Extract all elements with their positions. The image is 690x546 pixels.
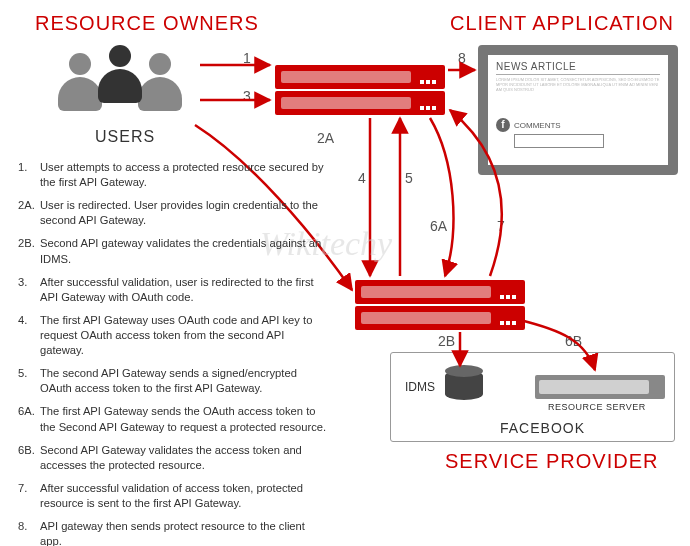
flow-label-7: 7	[497, 218, 505, 234]
news-article-header: NEWS ARTICLE	[496, 61, 660, 75]
step-7: 7.After successful validation of access …	[18, 481, 328, 511]
idms-label: IDMS	[405, 380, 435, 394]
title-client-application: CLIENT APPLICATION	[450, 12, 674, 35]
flow-label-4: 4	[358, 170, 366, 186]
users-label: USERS	[95, 128, 155, 146]
api-gateway-2	[355, 280, 525, 304]
api-gateway-1b	[275, 91, 445, 115]
steps-list: 1.User attempts to access a protected re…	[18, 160, 328, 546]
comments-input[interactable]	[514, 134, 604, 148]
step-2a: 2A.User is redirected. User provides log…	[18, 198, 328, 228]
title-resource-owners: RESOURCE OWNERS	[35, 12, 259, 35]
facebook-label: FACEBOOK	[500, 420, 585, 436]
resource-server-icon	[535, 375, 665, 399]
flow-label-2b: 2B	[438, 333, 455, 349]
flow-label-3: 3	[243, 88, 251, 104]
step-2b: 2B.Second API gateway validates the cred…	[18, 236, 328, 266]
flow-label-2a: 2A	[317, 130, 334, 146]
step-5: 5.The second API Gateway sends a signed/…	[18, 366, 328, 396]
news-article-body: LOREM IPSUM DOLOR SIT AMET, CONSECTETUR …	[496, 78, 660, 114]
flow-label-6b: 6B	[565, 333, 582, 349]
api-gateway-1	[275, 65, 445, 89]
api-gateway-2b	[355, 306, 525, 330]
step-4: 4.The first API Gateway uses OAuth code …	[18, 313, 328, 358]
step-6b: 6B.Second API Gateway validates the acce…	[18, 443, 328, 473]
step-1: 1.User attempts to access a protected re…	[18, 160, 328, 190]
flow-label-5: 5	[405, 170, 413, 186]
idms-database-icon	[445, 370, 483, 406]
comments-label: COMMENTS	[514, 121, 561, 130]
title-service-provider: SERVICE PROVIDER	[445, 450, 658, 473]
flow-label-1: 1	[243, 50, 251, 66]
users-icon	[55, 45, 195, 125]
step-6a: 6A.The first API Gateway sends the OAuth…	[18, 404, 328, 434]
client-app-window: NEWS ARTICLE LOREM IPSUM DOLOR SIT AMET,…	[478, 45, 678, 175]
resource-server-label: RESOURCE SERVER	[548, 402, 646, 412]
step-8: 8.API gateway then sends protect resourc…	[18, 519, 328, 546]
step-3: 3.After successful validation, user is r…	[18, 275, 328, 305]
flow-label-8: 8	[458, 50, 466, 66]
flow-label-6a: 6A	[430, 218, 447, 234]
facebook-icon: f	[496, 118, 510, 132]
